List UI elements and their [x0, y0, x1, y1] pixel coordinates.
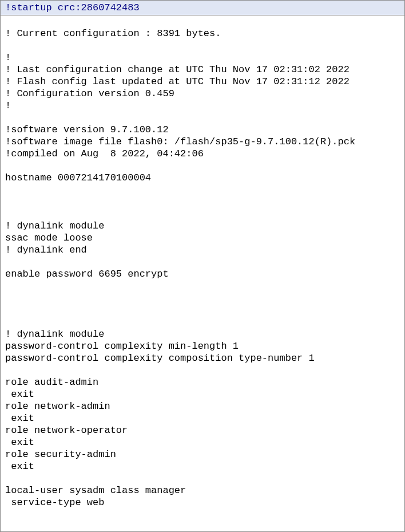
- config-output: ! Current configuration : 8391 bytes. ! …: [1, 15, 404, 509]
- config-header-line: !startup crc:2860742483: [1, 1, 404, 15]
